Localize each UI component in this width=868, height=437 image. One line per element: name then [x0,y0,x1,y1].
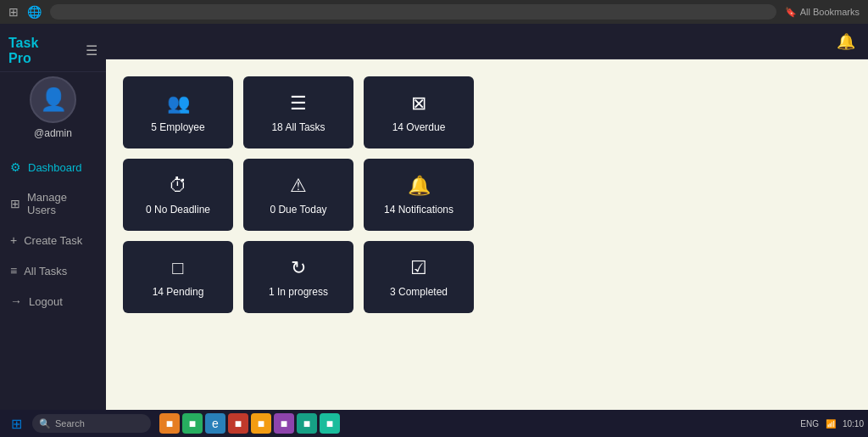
stat-label-in-progress: 1 In progress [269,286,328,298]
stat-icon-in-progress: ↻ [291,257,306,279]
taskbar-app-2[interactable]: ■ [182,413,203,434]
bookmarks-link[interactable]: 🔖 All Bookmarks [785,7,860,18]
username-label: @admin [34,127,72,139]
logout-icon: → [10,294,22,308]
stat-card-no-deadline[interactable]: ⏱0 No Deadline [123,159,233,231]
sidebar-item-logout[interactable]: →Logout [0,286,106,317]
taskbar: ⊞ 🔍 Search ■ ■ e ■ ■ ■ ■ ■ ENG 📶 10:10 [0,410,868,437]
taskbar-app-7[interactable]: ■ [297,413,317,434]
start-button[interactable]: ⊞ [4,415,28,432]
taskbar-app-5[interactable]: ■ [251,413,271,434]
language-indicator: ENG [800,419,819,429]
taskbar-app-8[interactable]: ■ [320,413,340,434]
taskbar-search[interactable]: 🔍 Search [32,414,151,433]
stat-icon-pending: □ [172,257,183,279]
stat-icon-no-deadline: ⏱ [169,175,187,197]
sidebar-label-create-task: Create Task [24,234,82,247]
search-icon: 🔍 [39,418,51,429]
stat-label-overdue: 14 Overdue [392,121,446,133]
taskbar-apps: ■ ■ e ■ ■ ■ ■ ■ [159,413,340,434]
avatar-icon: 👤 [40,87,67,113]
taskbar-app-4[interactable]: ■ [228,413,248,434]
bookmark-icon: 🔖 [785,7,797,18]
stat-card-pending[interactable]: □14 Pending [123,241,233,313]
stats-grid: 👥5 Employee☰18 All Tasks⊠14 Overdue⏱0 No… [123,76,851,313]
stat-label-due-today: 0 Due Today [270,204,326,216]
wifi-icon: 📶 [826,419,836,429]
stat-card-employee[interactable]: 👥5 Employee [123,76,233,148]
avatar: 👤 [30,76,76,123]
create-task-icon: + [10,233,17,247]
sidebar: Task Pro ☰ 👤 @admin ⚙Dashboard⊞Manage Us… [0,24,106,410]
stat-label-notifications: 14 Notifications [384,204,453,216]
stat-label-all-tasks: 18 All Tasks [271,121,325,133]
stat-icon-overdue: ⊠ [411,92,426,115]
taskbar-app-3[interactable]: e [205,413,225,434]
taskbar-app-6[interactable]: ■ [274,413,294,434]
taskbar-app-1[interactable]: ■ [159,413,180,434]
windows-icon: ⊞ [11,416,22,432]
stat-icon-all-tasks: ☰ [290,92,307,115]
sidebar-item-create-task[interactable]: +Create Task [0,225,106,255]
sidebar-label-dashboard: Dashboard [28,161,82,174]
globe-icon[interactable]: 🌐 [27,5,42,19]
sidebar-nav: ⚙Dashboard⊞Manage Users+Create Task≡All … [0,152,106,317]
stat-card-due-today[interactable]: ⚠0 Due Today [243,159,353,231]
manage-users-icon: ⊞ [10,197,20,210]
clock: 10:10 [843,419,864,429]
stat-label-pending: 14 Pending [153,286,204,298]
main-content: 👥5 Employee☰18 All Tasks⊠14 Overdue⏱0 No… [106,59,868,410]
stat-card-completed[interactable]: ☑3 Completed [364,241,474,313]
notification-bell[interactable]: 🔔 [837,32,855,51]
stat-card-in-progress[interactable]: ↻1 In progress [243,241,353,313]
user-profile: 👤 @admin [30,76,76,139]
sidebar-item-dashboard[interactable]: ⚙Dashboard [0,152,106,182]
sidebar-label-all-tasks: All Tasks [24,265,67,277]
stat-icon-employee: 👥 [167,92,190,115]
stat-label-no-deadline: 0 No Deadline [146,204,210,216]
dashboard-icon: ⚙ [10,160,21,174]
sidebar-item-all-tasks[interactable]: ≡All Tasks [0,255,106,286]
sidebar-label-manage-users: Manage Users [27,191,96,216]
browser-bar: ⊞ 🌐 🔖 All Bookmarks [0,0,868,24]
stat-card-all-tasks[interactable]: ☰18 All Tasks [243,76,353,148]
grid-icon[interactable]: ⊞ [8,5,19,19]
stat-label-completed: 3 Completed [390,286,448,298]
stat-card-notifications[interactable]: 🔔14 Notifications [364,159,474,231]
search-label: Search [55,418,85,429]
main-wrapper: 🔔 👥5 Employee☰18 All Tasks⊠14 Overdue⏱0 … [106,24,868,410]
sidebar-item-manage-users[interactable]: ⊞Manage Users [0,182,106,225]
stat-label-employee: 5 Employee [151,121,204,133]
hamburger-button[interactable]: ☰ [86,42,97,59]
url-bar[interactable] [50,4,776,20]
stat-icon-notifications: 🔔 [408,175,431,197]
stat-card-overdue[interactable]: ⊠14 Overdue [364,76,474,148]
all-tasks-icon: ≡ [10,264,17,277]
system-tray: ENG 📶 10:10 [800,419,864,429]
stat-icon-due-today: ⚠ [290,175,307,197]
sidebar-label-logout: Logout [29,295,63,308]
stat-icon-completed: ☑ [410,257,427,279]
app-title: Task Pro [8,36,60,66]
